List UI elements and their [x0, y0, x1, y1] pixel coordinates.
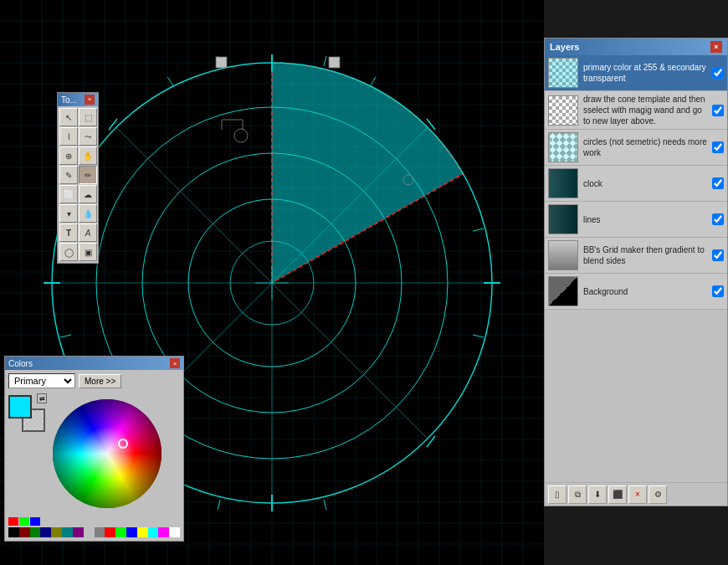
layer-thumbnail [548, 204, 578, 234]
layer-thumbnail [548, 58, 578, 88]
palette-color[interactable] [84, 527, 95, 537]
layer-item[interactable]: draw the cone template and then sselect … [545, 91, 727, 130]
layers-toolbar: ▯ ⧉ ⬇ ⬛ × ⚙ [545, 482, 727, 506]
palette-color[interactable] [40, 527, 51, 537]
layer-thumbnail [548, 168, 578, 198]
palette-color[interactable] [105, 527, 115, 537]
layer-name: clock [583, 178, 709, 189]
layer-visibility-check[interactable] [712, 177, 724, 189]
layer-item[interactable]: primary color at 255 & secondary transpa… [545, 55, 727, 91]
toolbox: To... × ↖ ⬚ ⌇ ⤳ ⊕ ✋ ✎ ✏ ⬜ ☁ ▾ 💧 T A ◯ ▣ [57, 92, 99, 264]
palette-color[interactable] [30, 527, 41, 537]
layer-name: primary color at 255 & secondary transpa… [583, 62, 709, 84]
tool-zoom[interactable]: ⊕ [59, 146, 78, 165]
layers-title: Layers [550, 42, 579, 52]
palette-color[interactable] [73, 527, 84, 537]
tool-pan[interactable]: ✋ [79, 146, 97, 165]
tool-shape[interactable]: ◯ [59, 243, 78, 261]
tool-select-rect[interactable]: ⬚ [79, 108, 97, 126]
tool-grid: ↖ ⬚ ⌇ ⤳ ⊕ ✋ ✎ ✏ ⬜ ☁ ▾ 💧 T A ◯ ▣ [58, 106, 98, 263]
toolbox-titlebar[interactable]: To... × [58, 93, 98, 106]
tool-smudge[interactable]: ☁ [79, 185, 97, 203]
layers-close-button[interactable]: × [710, 41, 722, 53]
duplicate-layer-button[interactable]: ⧉ [568, 485, 587, 504]
tool-wand[interactable]: ⤳ [79, 127, 97, 146]
palette-color[interactable] [148, 527, 159, 537]
layer-thumbnail [548, 95, 578, 126]
tool-text[interactable]: T [59, 223, 78, 242]
layer-thumbnail [548, 240, 578, 270]
mini-swatch[interactable] [30, 517, 40, 526]
new-layer-button[interactable]: ▯ [548, 485, 567, 504]
layer-name: draw the cone template and then sselect … [583, 94, 709, 126]
more-button[interactable]: More >> [79, 374, 121, 388]
color-wheel[interactable] [49, 395, 166, 512]
palette-color[interactable] [126, 527, 137, 537]
delete-layer-button[interactable]: × [628, 485, 647, 504]
layer-thumbnail [548, 132, 578, 162]
fg-bg-swatches: ⇄ [8, 395, 45, 432]
layer-name: BB's Grid maker then gradient to blend s… [583, 244, 709, 266]
palette-color[interactable] [51, 527, 62, 537]
mini-swatch[interactable] [8, 517, 18, 526]
layer-visibility-check[interactable] [712, 285, 724, 297]
colors-titlebar[interactable]: Colors × [5, 357, 183, 370]
tool-arrow[interactable]: ↖ [59, 108, 78, 126]
layers-titlebar[interactable]: Layers × [545, 39, 727, 55]
layer-item[interactable]: BB's Grid maker then gradient to blend s… [545, 238, 727, 274]
layers-panel: Layers × primary color at 255 & secondar… [544, 38, 728, 506]
colors-panel: Colors × Primary Secondary Background Mo… [4, 356, 184, 542]
layer-visibility-check[interactable] [712, 249, 724, 261]
layer-thumbnail [548, 276, 578, 306]
swap-colors-button[interactable]: ⇄ [37, 393, 47, 403]
mini-swatch[interactable] [19, 517, 29, 526]
color-swatches-area: ⇄ [5, 392, 183, 516]
tool-brush[interactable]: ✏ [79, 166, 97, 184]
colors-controls: Primary Secondary Background More >> [5, 370, 183, 392]
tool-pencil[interactable]: ✎ [59, 166, 78, 184]
bottom-swatches [5, 516, 183, 527]
palette-color[interactable] [95, 527, 105, 537]
tool-eraser[interactable]: ⬜ [59, 185, 78, 203]
swatch-row-1 [8, 517, 180, 526]
merge-all-button[interactable]: ⬛ [608, 485, 627, 504]
palette-color[interactable] [62, 527, 73, 537]
layer-name: circles (not semetric) needs more work [583, 136, 709, 158]
layer-visibility-check[interactable] [712, 141, 724, 153]
toolbox-close-button[interactable]: × [85, 95, 95, 105]
layer-visibility-check[interactable] [712, 213, 724, 225]
palette-color[interactable] [137, 527, 148, 537]
tool-lasso[interactable]: ⌇ [59, 127, 78, 146]
layer-visibility-check[interactable] [712, 67, 724, 79]
fg-swatch[interactable] [8, 395, 32, 419]
toolbox-title: To... [61, 95, 77, 105]
layer-item[interactable]: Background [545, 274, 727, 310]
palette-color[interactable] [158, 527, 169, 537]
palette-color[interactable] [169, 527, 180, 537]
layer-visibility-check[interactable] [712, 105, 724, 116]
layer-item[interactable]: lines [545, 202, 727, 238]
layers-list: primary color at 255 & secondary transpa… [545, 55, 727, 480]
palette-color[interactable] [8, 527, 19, 537]
layer-properties-button[interactable]: ⚙ [649, 485, 667, 504]
tool-colorbox[interactable]: ▣ [79, 243, 97, 261]
palette-color[interactable] [115, 527, 126, 537]
layer-item[interactable]: circles (not semetric) needs more work [545, 130, 727, 166]
colors-close-button[interactable]: × [170, 358, 180, 368]
tool-eyedrop[interactable]: 💧 [79, 204, 97, 223]
merge-down-button[interactable]: ⬇ [588, 485, 607, 504]
palette-bar [5, 527, 183, 541]
tool-bucket[interactable]: ▾ [59, 204, 78, 223]
palette-color[interactable] [19, 527, 30, 537]
tool-type2[interactable]: A [79, 223, 97, 242]
colors-title: Colors [8, 359, 33, 368]
layer-name: lines [583, 214, 709, 225]
color-mode-dropdown[interactable]: Primary Secondary Background [8, 373, 75, 388]
svg-rect-85 [216, 57, 227, 68]
layer-item[interactable]: clock [545, 166, 727, 202]
layer-name: Background [583, 286, 709, 297]
svg-rect-86 [329, 57, 340, 68]
